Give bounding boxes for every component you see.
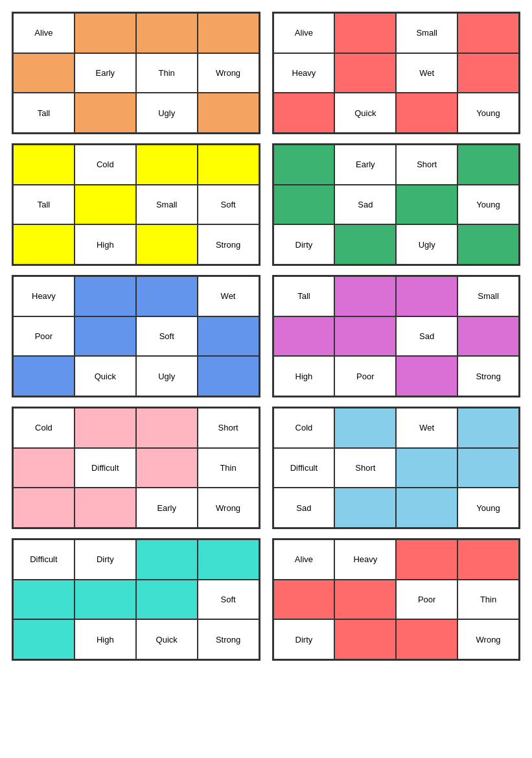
cell-7-10: [75, 488, 136, 528]
cell-7-9: [13, 488, 75, 528]
cell-5-2: [75, 276, 136, 316]
cell-10-5: [273, 580, 335, 620]
cell-8-12: Young: [457, 488, 519, 528]
cell-6-2: [334, 276, 396, 316]
cell-10-8: Thin: [457, 580, 519, 620]
cell-3-8: Soft: [198, 185, 259, 225]
cell-4-7: [396, 185, 457, 225]
cell-3-10: High: [75, 224, 136, 265]
cell-9-8: Soft: [198, 580, 259, 620]
bingo-grid-3: ColdTallSmallSoftHighStrong: [12, 143, 260, 266]
cell-8-1: Cold: [273, 408, 335, 448]
cell-6-3: [396, 276, 457, 316]
cell-4-5: [273, 185, 335, 225]
cell-1-5: [13, 53, 75, 93]
cell-9-1: Difficult: [13, 539, 75, 580]
cell-7-7: [136, 448, 198, 488]
cell-5-9: [13, 356, 75, 396]
cell-9-12: Strong: [198, 619, 259, 659]
cell-2-6: [334, 53, 396, 93]
cell-10-11: [396, 619, 457, 659]
cell-2-2: [334, 13, 396, 53]
cell-7-4: Short: [198, 408, 259, 448]
cell-4-3: Short: [396, 145, 457, 185]
cell-7-12: Wrong: [198, 488, 259, 528]
cell-3-9: [13, 224, 75, 265]
cell-4-8: Young: [457, 185, 519, 225]
cell-5-5: Poor: [13, 316, 75, 357]
cell-7-6: Difficult: [75, 448, 136, 488]
cell-5-7: Soft: [136, 316, 198, 357]
cell-5-4: Wet: [198, 276, 259, 316]
cell-10-12: Wrong: [457, 619, 519, 659]
bingo-grid-9: DifficultDirtySoftHighQuickStrong: [12, 538, 260, 661]
cell-2-12: Young: [457, 93, 519, 133]
cell-4-1: [273, 145, 335, 185]
cell-8-4: [457, 408, 519, 448]
bingo-grid-8: ColdWetDifficultShortSadYoung: [272, 407, 521, 529]
cell-1-8: Wrong: [198, 53, 259, 93]
cell-6-1: Tall: [273, 276, 335, 316]
cell-5-3: [136, 276, 198, 316]
cell-1-3: [136, 13, 198, 53]
cell-9-2: Dirty: [75, 539, 136, 580]
cell-1-9: Tall: [13, 93, 75, 133]
cell-4-10: [334, 224, 396, 265]
bingo-grid-4: EarlyShortSadYoungDirtyUgly: [272, 143, 521, 266]
cell-10-7: Poor: [396, 580, 457, 620]
cell-1-12: [198, 93, 259, 133]
cell-2-4: [457, 13, 519, 53]
cell-3-6: [75, 185, 136, 225]
cell-3-4: [198, 145, 259, 185]
cell-4-11: Ugly: [396, 224, 457, 265]
cell-10-3: [396, 539, 457, 580]
cell-5-12: [198, 356, 259, 396]
cell-6-9: High: [273, 356, 335, 396]
cell-6-7: Sad: [396, 316, 457, 357]
bingo-grid-5: HeavyWetPoorSoftQuickUgly: [12, 275, 260, 397]
cell-7-1: Cold: [13, 408, 75, 448]
cell-7-5: [13, 448, 75, 488]
cell-3-5: Tall: [13, 185, 75, 225]
cell-6-5: [273, 316, 335, 357]
cell-7-2: [75, 408, 136, 448]
cell-8-11: [396, 488, 457, 528]
cell-1-11: Ugly: [136, 93, 198, 133]
cell-5-10: Quick: [75, 356, 136, 396]
cell-8-9: Sad: [273, 488, 335, 528]
cell-6-4: Small: [457, 276, 519, 316]
cell-2-10: Quick: [334, 93, 396, 133]
cell-8-2: [334, 408, 396, 448]
cell-9-9: [13, 619, 75, 659]
cell-10-9: Dirty: [273, 619, 335, 659]
bingo-grid-6: TallSmallSadHighPoorStrong: [272, 275, 521, 397]
cell-2-11: [396, 93, 457, 133]
cell-3-3: [136, 145, 198, 185]
cell-1-7: Thin: [136, 53, 198, 93]
cell-1-4: [198, 13, 259, 53]
cell-9-11: Quick: [136, 619, 198, 659]
cell-5-11: Ugly: [136, 356, 198, 396]
cell-10-1: Alive: [273, 539, 335, 580]
cell-9-6: [75, 580, 136, 620]
cell-9-10: High: [75, 619, 136, 659]
cell-8-6: Short: [334, 448, 396, 488]
cell-7-11: Early: [136, 488, 198, 528]
cell-7-3: [136, 408, 198, 448]
cell-4-2: Early: [334, 145, 396, 185]
bingo-grid-10: AliveHeavyPoorThinDirtyWrong: [272, 538, 521, 661]
cell-6-12: Strong: [457, 356, 519, 396]
cell-2-1: Alive: [273, 13, 335, 53]
bingo-grid-7: ColdShortDifficultThinEarlyWrong: [12, 407, 260, 529]
cell-6-11: [396, 356, 457, 396]
cell-3-2: Cold: [75, 145, 136, 185]
cell-9-5: [13, 580, 75, 620]
cell-9-3: [136, 539, 198, 580]
cell-4-12: [457, 224, 519, 265]
cell-10-6: [334, 580, 396, 620]
cell-2-7: Wet: [396, 53, 457, 93]
cell-3-7: Small: [136, 185, 198, 225]
cell-5-1: Heavy: [13, 276, 75, 316]
cell-1-10: [75, 93, 136, 133]
cell-4-4: [457, 145, 519, 185]
